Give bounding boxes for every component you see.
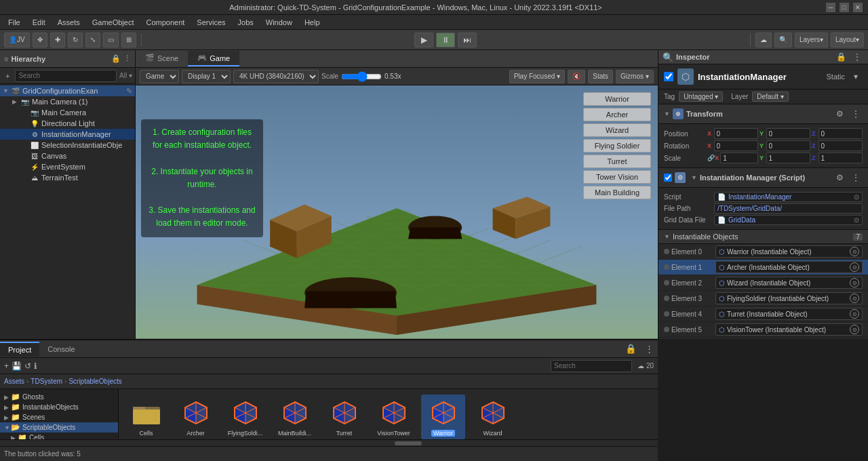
step-button[interactable]: ⏭: [458, 33, 477, 47]
script-settings-button[interactable]: ⚙: [833, 171, 846, 184]
element-dot-4[interactable]: [664, 311, 669, 317]
asset-warrior[interactable]: Warrior: [421, 395, 465, 439]
element-dot-5[interactable]: [664, 327, 669, 332]
file-cells[interactable]: ▶ 📁 Cells: [0, 433, 118, 439]
hier-item-1[interactable]: 📷 Main Camera: [0, 107, 135, 118]
rotation-x-input[interactable]: [714, 140, 758, 151]
script-more-button[interactable]: ⋮: [849, 171, 863, 184]
tag-value-button[interactable]: Untagged ▾: [679, 92, 723, 102]
asset-turret[interactable]: Turret: [322, 395, 366, 439]
layer-value-button[interactable]: Default ▾: [752, 92, 788, 102]
breadcrumb-tdsystem[interactable]: TDSystem: [31, 378, 62, 385]
tab-scene[interactable]: 🎬 Scene: [136, 51, 188, 66]
hier-item-6[interactable]: ⚡ EventSystem: [0, 161, 135, 172]
element-row-4[interactable]: Element 4 ⬡ Turret (Instantiable Object)…: [658, 306, 868, 322]
close-button[interactable]: ✕: [853, 3, 863, 12]
asset-mainbuilding[interactable]: MainBuildi...: [273, 395, 317, 439]
display-dropdown[interactable]: Display 1: [182, 70, 231, 83]
hierarchy-root-item[interactable]: ▼ 🎬 GridConfigurationExan ✎: [0, 85, 135, 96]
position-x-input[interactable]: [714, 128, 758, 139]
mute-button[interactable]: 🔇: [568, 70, 585, 83]
element-dot-0[interactable]: [664, 249, 669, 254]
menu-gameobject[interactable]: GameObject: [87, 17, 140, 28]
scale-x-input[interactable]: [720, 153, 758, 163]
asset-wizard[interactable]: Wizard: [471, 395, 515, 439]
file-scriptableobjects[interactable]: ▼ 📂 ScriptableObjects: [0, 422, 118, 433]
static-dropdown-button[interactable]: ▾: [849, 70, 863, 83]
menu-file[interactable]: File: [3, 17, 26, 28]
hierarchy-lock-icon[interactable]: 🔒: [111, 54, 121, 63]
hier-item-2[interactable]: 💡 Directional Light: [0, 118, 135, 129]
account-button[interactable]: 👤 JV: [4, 33, 30, 47]
hierarchy-add-button[interactable]: +: [3, 71, 12, 81]
element-row-6[interactable]: Element 6 ⬡ MainBuilding (Instantiable O…: [658, 338, 868, 339]
asset-visiontower[interactable]: VisionTower: [372, 395, 416, 439]
save-asset-button[interactable]: 💾: [12, 361, 22, 371]
element-row-3[interactable]: Element 3 ⬡ FlyingSoldier (Instantiable …: [658, 291, 868, 306]
menu-services[interactable]: Services: [191, 17, 231, 28]
element-select-2[interactable]: ⊙: [850, 278, 859, 287]
rotation-z-input[interactable]: [818, 140, 863, 151]
transform-settings-button[interactable]: ⚙: [833, 107, 846, 121]
tower-vision-button[interactable]: Tower Vision: [583, 170, 651, 184]
element-row-0[interactable]: Element 0 ⬡ Warrior (Instantiable Object…: [658, 244, 868, 260]
move-tool[interactable]: ✚: [50, 33, 65, 47]
game-dropdown[interactable]: Game: [140, 70, 179, 83]
new-folder-button[interactable]: +: [4, 361, 9, 371]
script-circle-btn[interactable]: ⊙: [854, 193, 859, 201]
play-button[interactable]: ▶: [414, 33, 433, 47]
position-z-input[interactable]: [818, 128, 863, 139]
hierarchy-all-filter[interactable]: All ▾: [119, 72, 132, 79]
script-active-checkbox[interactable]: [664, 174, 672, 182]
griddata-circle-btn[interactable]: ⊙: [854, 216, 859, 224]
menu-window[interactable]: Window: [260, 17, 298, 28]
menu-component[interactable]: Component: [140, 17, 190, 28]
tab-console[interactable]: Console: [39, 342, 83, 356]
asset-flyingsoldier[interactable]: FlyingSoldi...: [223, 395, 267, 439]
hierarchy-search-input[interactable]: [15, 70, 117, 82]
info-button[interactable]: ℹ: [34, 361, 37, 371]
flying-soldier-button[interactable]: Flying Soldier: [583, 139, 651, 153]
archer-button[interactable]: Archer: [583, 108, 651, 121]
turret-button[interactable]: Turret: [583, 155, 651, 168]
search-button[interactable]: 🔍: [774, 33, 792, 47]
element-row-5[interactable]: Element 5 ⬡ VisionTower (Instantiable Ob…: [658, 322, 868, 338]
minimize-button[interactable]: ─: [826, 3, 835, 12]
element-select-3[interactable]: ⊙: [850, 294, 859, 303]
breadcrumb-assets[interactable]: Assets: [4, 378, 24, 385]
file-instantableobjects[interactable]: ▶ 📁 InstantableObjects: [0, 402, 118, 412]
hier-item-7[interactable]: ⛰ TerrainTest: [0, 172, 135, 183]
breadcrumb-scriptableobjects[interactable]: ScriptableObjects: [68, 378, 121, 385]
bottom-panel-lock-button[interactable]: 🔒: [621, 344, 641, 354]
custom-tool[interactable]: ⊞: [121, 33, 136, 47]
object-active-checkbox[interactable]: [664, 72, 673, 81]
hier-item-5[interactable]: 🖼 Canvas: [0, 151, 135, 161]
element-select-0[interactable]: ⊙: [850, 247, 859, 256]
instantiable-objects-header[interactable]: ▼ Instantiable Objects 7: [658, 230, 868, 244]
bottom-panel-more-button[interactable]: ⋮: [641, 344, 658, 354]
collab-button[interactable]: ☁: [755, 33, 772, 47]
hier-item-4[interactable]: ⬜ SelectionInstantiateObje: [0, 140, 135, 151]
element-dot-1[interactable]: [664, 264, 669, 270]
refresh-button[interactable]: ↺: [24, 361, 31, 371]
element-select-5[interactable]: ⊙: [850, 325, 859, 334]
scale-tool[interactable]: ⤡: [85, 33, 100, 47]
maximize-button[interactable]: □: [840, 3, 849, 12]
rotation-y-input[interactable]: [766, 140, 810, 151]
hier-item-0[interactable]: ▶ 📷 Main Camera (1): [0, 96, 135, 107]
resolution-dropdown[interactable]: 4K UHD (3840x2160): [233, 70, 319, 83]
main-building-button[interactable]: Main Building: [583, 186, 651, 199]
menu-help[interactable]: Help: [299, 17, 326, 28]
file-ghosts[interactable]: ▶ 📁 Ghosts: [0, 392, 118, 402]
rect-tool[interactable]: ▭: [103, 33, 119, 47]
asset-cells[interactable]: Cells: [124, 395, 168, 439]
warrior-button[interactable]: Warrior: [583, 92, 651, 106]
position-y-input[interactable]: [766, 128, 810, 139]
inspector-more-button[interactable]: ⋮: [850, 50, 864, 64]
layout-button[interactable]: Layout ▾: [831, 33, 864, 47]
transform-btn[interactable]: ✥: [33, 33, 47, 47]
layers-button[interactable]: Layers ▾: [795, 33, 828, 47]
menu-assets[interactable]: Assets: [52, 17, 85, 28]
script-section-header[interactable]: ⚙ ▼ Instantiation Manager (Script) ⚙ ⋮: [658, 168, 868, 188]
file-scenes[interactable]: ▶ 📁 Scenes: [0, 412, 118, 422]
